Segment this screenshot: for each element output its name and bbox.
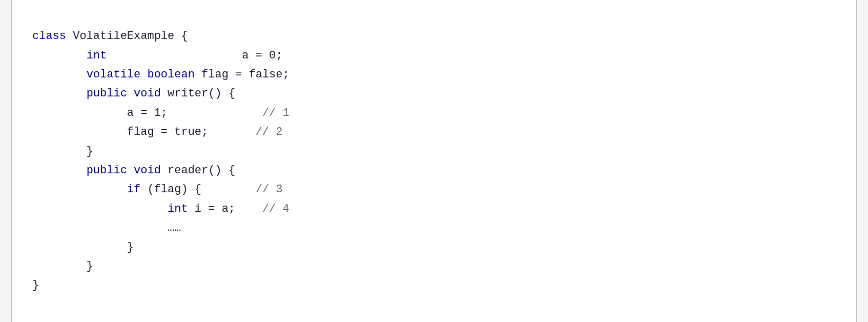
line-int-field: int a = 0;: [32, 49, 283, 62]
line-reader-decl: public void reader() {: [32, 164, 235, 177]
code-block: class VolatileExample { int a = 0; volat…: [32, 8, 836, 314]
line-int-i: int i = a; // 4: [32, 203, 290, 215]
line-flag-assign: flag = true; // 2: [32, 126, 282, 138]
line-if-flag: if (flag) { // 3: [32, 183, 283, 196]
line-writer-close: }: [32, 145, 93, 158]
code-container: class VolatileExample { int a = 0; volat…: [11, 0, 857, 322]
line-volatile-field: volatile boolean flag = false;: [32, 68, 290, 81]
line-class-close: }: [32, 279, 39, 292]
line-if-close: }: [32, 241, 134, 254]
line-writer-decl: public void writer() {: [32, 87, 235, 100]
line-ellipsis: ……: [32, 222, 181, 234]
line-class-decl: class VolatileExample {: [32, 30, 188, 43]
line-reader-close: }: [32, 260, 93, 273]
line-a-assign: a = 1; // 1: [32, 107, 290, 119]
